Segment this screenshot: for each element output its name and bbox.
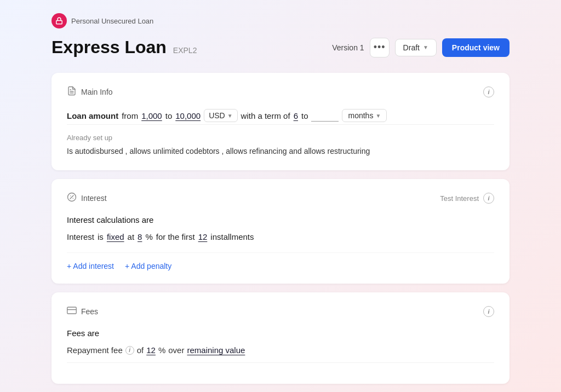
interest-row-text-1: Interest xyxy=(67,232,94,241)
interest-add-actions: + Add interest + Add penalty xyxy=(67,252,494,270)
interest-card-header: Interest Test Interest i xyxy=(67,192,494,204)
interest-fixed-badge[interactable]: fixed xyxy=(107,232,124,241)
already-setup-section: Already set up Is autodisbursed , allows… xyxy=(67,124,494,157)
interest-section-title-text: Interest calculations xyxy=(67,215,140,224)
loan-icon xyxy=(51,13,67,28)
interest-row-text-3: at xyxy=(128,232,135,241)
currency-select[interactable]: USD ▼ xyxy=(204,109,237,122)
test-interest-button[interactable]: Test Interest xyxy=(440,194,479,203)
min-amount[interactable]: 1,000 xyxy=(141,111,162,120)
max-amount[interactable]: 10,000 xyxy=(175,111,201,120)
fees-percent-value[interactable]: 12 xyxy=(146,345,156,355)
from-label: from xyxy=(122,111,138,120)
main-info-card-title: Main Info xyxy=(81,88,113,96)
add-penalty-button[interactable]: + Add penalty xyxy=(125,262,171,270)
fees-divider xyxy=(67,362,494,363)
fees-row: Repayment fee i of 12 % over remaining v… xyxy=(67,345,494,355)
main-info-icon xyxy=(67,86,77,98)
interest-header-right: Test Interest i xyxy=(440,193,494,204)
fees-section-title-text: Fees xyxy=(67,328,85,338)
fees-section-suffix: are xyxy=(88,328,100,338)
currency-chevron-icon: ▼ xyxy=(227,113,233,119)
draft-button[interactable]: Draft ▼ xyxy=(395,39,437,56)
interest-icon xyxy=(67,192,77,204)
page-header: Express Loan EXPL2 Version 1 ••• Draft ▼… xyxy=(51,37,510,57)
version-label: Version 1 xyxy=(332,43,364,52)
main-info-card: Main Info i Loan amount from 1,000 to 10… xyxy=(51,73,510,170)
product-code: EXPL2 xyxy=(173,46,197,55)
repayment-fee-help-icon[interactable]: i xyxy=(125,346,134,355)
interest-section-title: Interest calculations are xyxy=(67,215,494,224)
page-title: Express Loan xyxy=(51,37,167,57)
title-group: Express Loan EXPL2 xyxy=(51,37,197,57)
svg-rect-7 xyxy=(67,307,77,314)
already-setup-text: Is autodisbursed , allows unlimited code… xyxy=(67,145,494,157)
to-label-2: to xyxy=(301,111,308,120)
main-info-help-icon[interactable]: i xyxy=(483,87,494,97)
months-value: months xyxy=(348,111,373,120)
interest-title-group: Interest xyxy=(67,192,107,204)
months-chevron-icon: ▼ xyxy=(375,113,381,119)
already-setup-label: Already set up xyxy=(67,134,494,142)
interest-section-suffix: are xyxy=(142,215,154,224)
interest-help-icon[interactable]: i xyxy=(483,193,494,204)
with-term-label: with a term of xyxy=(241,111,290,120)
remaining-value-label[interactable]: remaining value xyxy=(187,345,245,355)
interest-card: Interest Test Interest i Interest calcul… xyxy=(51,179,510,284)
main-info-card-header: Main Info i xyxy=(67,86,494,98)
draft-label: Draft xyxy=(403,43,420,52)
interest-row-text-2: is xyxy=(98,232,104,241)
svg-point-6 xyxy=(73,198,74,199)
breadcrumb: Personal Unsecured Loan xyxy=(51,13,510,28)
for-the-first-label: for the first xyxy=(156,232,195,241)
fees-over-label: over xyxy=(168,345,184,355)
product-view-button[interactable]: Product view xyxy=(442,38,510,57)
fees-of-label: of xyxy=(137,345,144,355)
more-options-button[interactable]: ••• xyxy=(370,38,390,57)
to-label-1: to xyxy=(165,111,173,120)
interest-card-title: Interest xyxy=(81,194,107,203)
main-info-title-group: Main Info xyxy=(67,86,113,98)
fees-card-title: Fees xyxy=(81,307,98,316)
fees-title-group: Fees xyxy=(67,305,98,318)
installments-count[interactable]: 12 xyxy=(198,232,208,241)
fees-icon xyxy=(67,305,77,318)
header-actions: Version 1 ••• Draft ▼ Product view xyxy=(332,38,510,57)
breadcrumb-text: Personal Unsecured Loan xyxy=(71,17,153,25)
fees-percent-symbol: % xyxy=(158,345,165,355)
loan-amount-row: Loan amount from 1,000 to 10,000 USD ▼ w… xyxy=(67,109,494,122)
repayment-fee-label: Repayment fee xyxy=(67,345,123,355)
months-select[interactable]: months ▼ xyxy=(342,109,387,122)
term-from-value[interactable]: 6 xyxy=(294,111,298,120)
fees-help-icon[interactable]: i xyxy=(483,306,494,317)
currency-value: USD xyxy=(209,111,225,120)
interest-percent-value[interactable]: 8 xyxy=(138,232,142,241)
add-interest-button[interactable]: + Add interest xyxy=(67,262,114,270)
interest-percent-symbol: % xyxy=(145,232,152,241)
loan-amount-label: Loan amount xyxy=(67,111,118,120)
interest-row: Interest is fixed at 8 % for the first 1… xyxy=(67,232,494,241)
fees-section-title: Fees are xyxy=(67,328,494,338)
installments-label: installments xyxy=(210,232,254,241)
svg-point-5 xyxy=(70,195,71,197)
term-to-input[interactable] xyxy=(311,109,339,122)
fees-card: Fees i Fees are Repayment fee i of 12 % … xyxy=(51,292,510,384)
fees-card-header: Fees i xyxy=(67,305,494,318)
svg-rect-0 xyxy=(56,20,62,24)
draft-chevron-icon: ▼ xyxy=(423,44,428,50)
more-icon: ••• xyxy=(374,42,386,53)
